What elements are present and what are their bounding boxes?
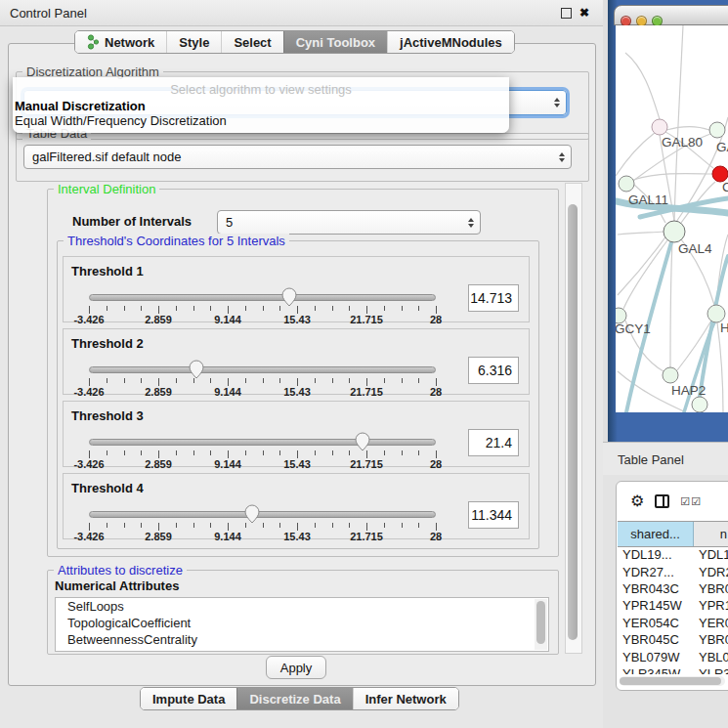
- main-vertical-scrollbar[interactable]: [565, 183, 582, 654]
- slider-tick-labels: -3.4262.8599.14415.4321.71528: [89, 386, 436, 398]
- table-panel-window: ⚙ ☑☑ shared... n YDL19...YDL1YDR27...YDR…: [616, 481, 728, 691]
- app-root: Control Panel ✖ Network Sty: [0, 0, 728, 728]
- numerical-attributes-title: Numerical Attributes: [55, 578, 179, 593]
- float-panel-icon[interactable]: [561, 8, 572, 19]
- bottom-tab-bar: Impute Data Discretize Data Infer Networ…: [140, 687, 459, 710]
- node-label: GAL80: [662, 135, 703, 150]
- table-row[interactable]: YBL079WYBL0: [618, 648, 728, 664]
- slider-tick-labels: -3.4262.8599.14415.4321.71528: [89, 458, 436, 470]
- control-panel: Control Panel ✖ Network Sty: [0, 0, 603, 728]
- network-canvas[interactable]: GAL80GACGAL11GAL4GCY1HHAP2: [616, 25, 728, 412]
- tab-impute-data[interactable]: Impute Data: [141, 688, 236, 709]
- attribute-list-item[interactable]: TopologicalCoefficient: [56, 615, 548, 631]
- node-label: H: [720, 321, 728, 335]
- group-legend: Interval Definition: [54, 182, 159, 196]
- list-scrollbar[interactable]: [535, 599, 547, 650]
- slider-track[interactable]: [89, 366, 436, 373]
- network-node[interactable]: [619, 176, 634, 192]
- gear-icon[interactable]: ⚙: [630, 493, 644, 509]
- group-legend: Attributes to discretize: [54, 563, 187, 578]
- table-data-combobox[interactable]: galFiltered.sif default node: [23, 145, 572, 169]
- slider-handle[interactable]: [243, 503, 261, 525]
- table-row[interactable]: YER054CYER0: [618, 615, 728, 631]
- column-header-shared-name[interactable]: shared...: [618, 522, 694, 546]
- number-of-intervals-label: Number of Intervals: [72, 214, 192, 229]
- dropdown-hint: Select algorithm to view settings: [13, 82, 509, 97]
- slider-track[interactable]: [89, 294, 436, 301]
- network-icon: [87, 34, 100, 50]
- slider-track[interactable]: [89, 439, 436, 446]
- slider-tick-labels: -3.4262.8599.14415.4321.71528: [89, 531, 436, 542]
- threshold-3-value[interactable]: 21.4: [468, 429, 519, 456]
- node-label: HAP2: [671, 383, 706, 398]
- table-header-row: shared... n: [618, 521, 728, 547]
- threshold-4-slider[interactable]: -3.4262.8599.14415.4321.71528: [89, 474, 436, 540]
- threshold-1-slider[interactable]: -3.4262.8599.14415.4321.71528: [89, 257, 436, 323]
- number-of-intervals-combobox[interactable]: 5: [217, 210, 481, 235]
- node-label: GA: [716, 140, 728, 154]
- dropdown-option-equal-width[interactable]: Equal Width/Frequency Discretization: [15, 113, 227, 128]
- slider-track[interactable]: [89, 511, 436, 518]
- combo-stepper-icon: [554, 98, 560, 107]
- network-node[interactable]: [663, 367, 678, 383]
- table-row[interactable]: YPR145WYPR1: [618, 597, 728, 614]
- combo-stepper-icon: [468, 218, 474, 228]
- table-rows: YDL19...YDL1YDR27...YDR2YBR043CYBR0YPR14…: [618, 546, 728, 674]
- scrollbar-thumb[interactable]: [568, 204, 578, 640]
- slider-handle[interactable]: [280, 286, 298, 308]
- slider-handle[interactable]: [188, 359, 205, 380]
- close-icon[interactable]: ✖: [579, 7, 589, 19]
- combo-value: 5: [226, 215, 233, 230]
- threshold-3-panel: Threshold 3 -3.4262.8599.14415.4321.7152…: [63, 401, 530, 467]
- dropdown-option-manual[interactable]: Manual Discretization: [15, 99, 146, 113]
- table-row[interactable]: YDR27...YDR2: [618, 563, 728, 579]
- numerical-attributes-list: SelfLoopsTopologicalCoefficientBetweenne…: [56, 598, 548, 648]
- numerical-attributes-listbox: SelfLoopsTopologicalCoefficientBetweenne…: [55, 597, 549, 652]
- network-node[interactable]: [709, 122, 725, 138]
- tab-style[interactable]: Style: [166, 31, 221, 53]
- table-panel-titlebar: Table Panel: [603, 442, 728, 477]
- slider-handle[interactable]: [354, 431, 371, 452]
- tab-jactivemnodules[interactable]: jActiveMNodules: [387, 31, 514, 53]
- scrollbar-thumb[interactable]: [620, 677, 721, 685]
- table-toolbar: ⚙ ☑☑: [617, 482, 728, 521]
- tab-network[interactable]: Network: [75, 31, 166, 53]
- attribute-list-item[interactable]: BetweennessCentrality: [56, 631, 548, 648]
- tab-discretize-data[interactable]: Discretize Data: [236, 688, 352, 709]
- node-label: GCY1: [616, 321, 651, 336]
- threshold-2-panel: Threshold 2 -3.4262.8599.14415.4321.7152…: [63, 328, 530, 395]
- apply-button[interactable]: Apply: [266, 656, 326, 679]
- attribute-list-item[interactable]: SelfLoops: [56, 598, 548, 615]
- node-label: GAL4: [678, 241, 712, 256]
- threshold-4-panel: Threshold 4 -3.4262.8599.14415.4321.7152…: [63, 473, 530, 539]
- network-node[interactable]: [652, 119, 667, 135]
- tab-label: Network: [105, 35, 154, 50]
- node-label: C: [722, 180, 728, 194]
- top-tab-bar: Network Style Select Cyni Toolbox jActiv…: [74, 30, 515, 54]
- network-window-titlebar[interactable]: [614, 5, 728, 25]
- threshold-2-slider[interactable]: -3.4262.8599.14415.4321.71528: [89, 329, 436, 396]
- threshold-1-panel: Threshold 1 -3.4262.8599.14415.4321.7152…: [63, 256, 530, 322]
- table-row[interactable]: YDL19...YDL1: [618, 546, 728, 563]
- tab-cyni-toolbox[interactable]: Cyni Toolbox: [283, 31, 387, 53]
- control-panel-titlebar: Control Panel ✖: [0, 0, 603, 26]
- scrollbar-thumb[interactable]: [536, 601, 545, 644]
- network-node[interactable]: [664, 221, 685, 242]
- threshold-3-slider[interactable]: -3.4262.8599.14415.4321.71528: [89, 402, 436, 468]
- table-row[interactable]: YLR345WYLR3: [618, 665, 728, 674]
- threshold-4-value[interactable]: 11.344: [468, 501, 519, 529]
- algorithm-dropdown-popup: Select algorithm to view settings Manual…: [13, 77, 509, 133]
- threshold-2-value[interactable]: 6.316: [468, 357, 519, 384]
- panel-title: Control Panel: [10, 6, 87, 21]
- network-node[interactable]: [692, 397, 707, 412]
- tab-select[interactable]: Select: [221, 31, 282, 53]
- column-header-name[interactable]: n: [694, 522, 728, 546]
- threshold-1-value[interactable]: 14.713: [468, 284, 519, 312]
- slider-tick-labels: -3.4262.8599.14415.4321.71528: [89, 314, 436, 325]
- tab-infer-network[interactable]: Infer Network: [353, 688, 458, 709]
- table-row[interactable]: YBR045CYBR0: [618, 631, 728, 648]
- select-columns-checkboxes-icon[interactable]: ☑☑: [680, 495, 702, 508]
- table-row[interactable]: YBR043CYBR0: [618, 580, 728, 597]
- table-horizontal-scrollbar[interactable]: [620, 676, 725, 686]
- split-columns-icon[interactable]: [655, 494, 669, 508]
